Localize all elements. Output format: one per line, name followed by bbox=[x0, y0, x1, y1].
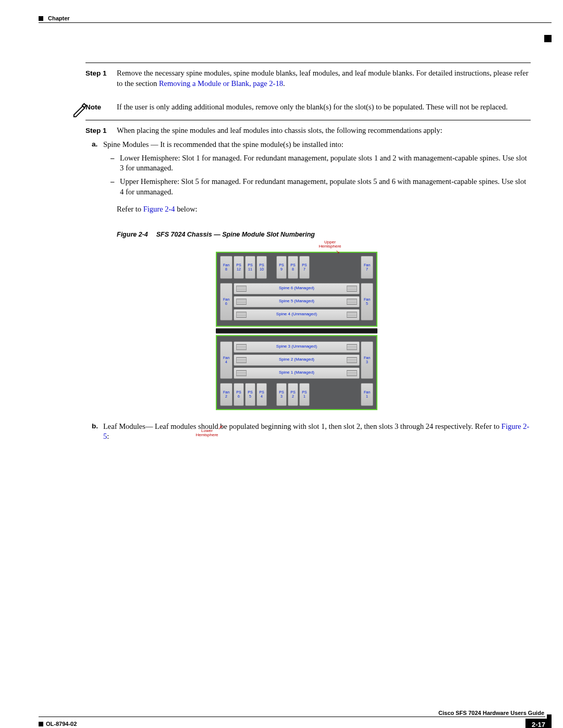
page-number: 2-17 bbox=[525, 719, 552, 728]
refer-line: Refer to Figure 2-4 below: bbox=[117, 204, 531, 215]
fan-unit: Fan3 bbox=[361, 341, 373, 379]
ps-unit: PS8 bbox=[288, 256, 298, 279]
ps-unit: PS10 bbox=[256, 256, 267, 279]
note-row: Note If the user is only adding addition… bbox=[85, 102, 531, 113]
ps-unit: PS1 bbox=[299, 383, 310, 406]
page-content: Step 1 Remove the necessary spine module… bbox=[85, 63, 531, 442]
dash-marker: – bbox=[111, 153, 120, 174]
list-marker: b. bbox=[92, 422, 103, 442]
step-row: Step 1 Remove the necessary spine module… bbox=[85, 68, 531, 89]
step-body: Remove the necessary spine modules, spin… bbox=[117, 68, 531, 89]
ps-unit: PS5 bbox=[245, 383, 255, 406]
dash-item: – Lower Hemisphere: Slot 1 for managed. … bbox=[111, 153, 531, 174]
lower-hemisphere: Fan4 Spine 3 (Unmanaged) Spine 2 (Manage… bbox=[216, 335, 377, 410]
ps-row-bottom: Fan2 PS6 PS5 PS4 PS3 PS2 PS1 Fan1 bbox=[220, 383, 373, 406]
chassis-diagram: Upper Hemisphere ↘ Fan8 PS12 PS11 PS10 P… bbox=[216, 242, 377, 410]
ps-unit: PS4 bbox=[256, 383, 267, 406]
upper-hemi-label: Upper Hemisphere bbox=[316, 240, 344, 250]
refer-post: below: bbox=[175, 205, 198, 213]
spine-slot: Spine 5 (Managed) bbox=[234, 296, 360, 307]
header-rule bbox=[39, 22, 552, 23]
ps-unit: PS6 bbox=[234, 383, 244, 406]
fan-unit: Fan8 bbox=[220, 256, 232, 279]
dash-text: Lower Hemisphere: Slot 1 for managed. Fo… bbox=[120, 153, 531, 174]
sub-a: a. Spine Modules — It is recommended tha… bbox=[92, 140, 531, 150]
list-text: Spine Modules — It is recommended that t… bbox=[103, 140, 531, 150]
ps-row-top: Fan8 PS12 PS11 PS10 PS9 PS8 PS7 Fan7 bbox=[220, 256, 373, 279]
dash-marker: – bbox=[111, 177, 120, 197]
page-header: Chapter bbox=[39, 15, 552, 22]
chapter-label: Chapter bbox=[48, 15, 70, 22]
ps-group: PS6 PS5 PS4 PS3 PS2 PS1 bbox=[234, 383, 360, 406]
fan-unit: Fan7 bbox=[361, 256, 373, 279]
dash-item: – Upper Hemisphere: Slot 5 for managed. … bbox=[111, 177, 531, 197]
decor-square bbox=[544, 35, 552, 42]
footer-rule bbox=[39, 717, 545, 717]
step-tail: . bbox=[283, 79, 285, 88]
decor-square bbox=[39, 16, 43, 21]
footer-guide-title: Cisco SFS 7024 Hardware Users Guide bbox=[438, 709, 544, 717]
spine-block: Fan4 Spine 3 (Unmanaged) Spine 2 (Manage… bbox=[220, 339, 373, 381]
step-label: Step 1 bbox=[85, 126, 117, 136]
lower-hemi-label: Lower Hemisphere bbox=[193, 429, 221, 438]
note-body: If the user is only adding additional mo… bbox=[117, 102, 531, 113]
note-label: Note bbox=[85, 102, 117, 113]
spine-slot: Spine 6 (Managed) bbox=[234, 283, 360, 294]
spine-slot: Spine 2 (Managed) bbox=[234, 354, 360, 366]
xref-link[interactable]: Removing a Module or Blank, page 2-18 bbox=[159, 79, 283, 88]
step-row: Step 1 When placing the spine modules an… bbox=[85, 126, 531, 136]
spine-block: Fan6 Spine 6 (Managed) Spine 5 (Managed)… bbox=[220, 281, 373, 323]
ps-unit: PS9 bbox=[276, 256, 287, 279]
fan-unit: Fan6 bbox=[220, 283, 232, 320]
upper-hemisphere: Fan8 PS12 PS11 PS10 PS9 PS8 PS7 Fan7 Fan… bbox=[216, 252, 377, 327]
ps-unit: PS3 bbox=[276, 383, 287, 406]
ps-unit: PS7 bbox=[299, 256, 310, 279]
decor-square bbox=[39, 722, 43, 726]
chassis-midbar bbox=[216, 328, 377, 334]
note-icon bbox=[72, 102, 88, 121]
fan-unit: Fan1 bbox=[361, 383, 373, 406]
b-text: Leaf Modules— Leaf modules should be pop… bbox=[103, 422, 501, 430]
ps-unit: PS2 bbox=[288, 383, 298, 406]
figure-number: Figure 2-4 bbox=[117, 231, 148, 238]
figure-title: SFS 7024 Chassis — Spine Module Slot Num… bbox=[156, 231, 315, 238]
spine-slot: Spine 1 (Managed) bbox=[234, 367, 360, 379]
arrow-icon: ↘ bbox=[336, 249, 340, 255]
ps-unit: PS11 bbox=[245, 256, 255, 279]
fan-unit: Fan5 bbox=[361, 283, 373, 320]
dash-text: Upper Hemisphere: Slot 5 for managed. Fo… bbox=[120, 177, 531, 197]
b-tail: : bbox=[107, 432, 109, 440]
list-marker: a. bbox=[92, 140, 103, 150]
section-rule bbox=[85, 120, 531, 120]
fan-unit: Fan2 bbox=[220, 383, 232, 406]
xref-link[interactable]: Figure 2-4 bbox=[143, 205, 175, 213]
list-text: Leaf Modules— Leaf modules should be pop… bbox=[103, 422, 531, 442]
step-label: Step 1 bbox=[85, 68, 117, 89]
ps-group: PS12 PS11 PS10 PS9 PS8 PS7 bbox=[234, 256, 360, 279]
refer-pre: Refer to bbox=[117, 205, 143, 213]
ps-unit: PS12 bbox=[234, 256, 244, 279]
footer-doc-id: OL-8794-02 bbox=[46, 720, 77, 728]
figure-caption: Figure 2-4SFS 7024 Chassis — Spine Modul… bbox=[117, 230, 531, 239]
step-body: When placing the spine modules and leaf … bbox=[117, 126, 531, 136]
sub-b: b. Leaf Modules— Leaf modules should be … bbox=[92, 422, 531, 442]
section-rule bbox=[85, 63, 531, 63]
fan-unit: Fan4 bbox=[220, 341, 232, 379]
spine-slot: Spine 3 (Unmanaged) bbox=[234, 341, 360, 353]
spine-slot: Spine 4 (Unmanaged) bbox=[234, 309, 360, 320]
